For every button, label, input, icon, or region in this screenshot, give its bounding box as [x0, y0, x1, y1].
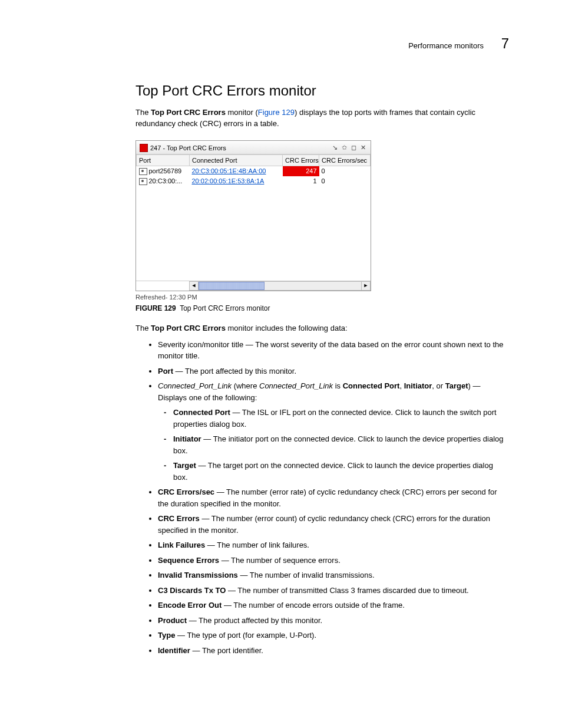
cell-port: 20:C3:00:... — [137, 176, 190, 186]
table-header-row: Port Connected Port CRC Errors CRC Error… — [137, 154, 371, 166]
panel-controls[interactable]: ↘ ✩ ◻ ✕ — [332, 144, 367, 151]
table-empty-area — [136, 186, 371, 281]
scroll-right-icon[interactable]: ► — [361, 281, 371, 291]
port-icon — [139, 178, 147, 185]
list-item: Identifier — The port identifier. — [158, 645, 509, 657]
section-heading: Top Port CRC Errors monitor — [135, 83, 509, 99]
list-item: Port — The port affected by this monitor… — [158, 365, 509, 377]
lead-paragraph: The Top Port CRC Errors monitor includes… — [135, 323, 509, 334]
col-crc-errors-sec[interactable]: CRC Errors/sec — [319, 154, 371, 166]
list-item: Sequence Errors — The number of sequence… — [158, 555, 509, 566]
page-header: Performance monitors 7 — [408, 35, 509, 52]
crc-table: Port Connected Port CRC Errors CRC Error… — [136, 154, 371, 186]
col-port[interactable]: Port — [137, 154, 190, 166]
figure-link[interactable]: Figure 129 — [258, 108, 295, 117]
monitor-title: 247 - Top Port CRC Errors — [150, 144, 226, 151]
list-item: Type — The type of port (for example, U-… — [158, 630, 509, 641]
connected-port-link[interactable]: 20:02:00:05:1E:53:8A:1A — [192, 177, 265, 185]
cell-port: port256789 — [137, 166, 190, 176]
sub-list-item: Initiator — The initiator port on the co… — [173, 433, 509, 456]
horizontal-scrollbar[interactable]: ◄ ► — [136, 281, 371, 291]
col-crc-errors[interactable]: CRC Errors — [283, 154, 319, 166]
severity-icon — [140, 144, 148, 152]
sub-list-item: Target — The target port on the connecte… — [173, 460, 509, 483]
table-row[interactable]: 20:C3:00:...20:02:00:05:1E:53:8A:1A10 — [137, 176, 371, 186]
list-item: Severity icon/monitor title — The worst … — [158, 339, 509, 362]
scroll-left-icon[interactable]: ◄ — [189, 281, 199, 291]
chapter-number: 7 — [501, 35, 509, 51]
sub-list-item: Connected Port — The ISL or IFL port on … — [173, 407, 509, 430]
list-item: C3 Discards Tx TO — The number of transm… — [158, 585, 509, 597]
connected-port-link[interactable]: 20:C3:00:05:1E:4B:AA:00 — [192, 167, 266, 174]
port-icon — [139, 168, 147, 175]
list-item: CRC Errors/sec — The number (error rate)… — [158, 486, 509, 509]
list-item: Encode Error Out — The number of encode … — [158, 599, 509, 611]
page: Performance monitors 7 Top Port CRC Erro… — [0, 0, 562, 728]
scroll-thumb[interactable] — [199, 282, 265, 290]
cell-connected-port: 20:02:00:05:1E:53:8A:1A — [190, 176, 283, 186]
list-item: Link Failures — The number of link failu… — [158, 539, 509, 551]
cell-crc-errors: 247 — [283, 166, 319, 176]
refreshed-label: Refreshed- 12:30 PM — [135, 294, 509, 301]
list-item: Product — The product affected by this m… — [158, 615, 509, 627]
header-section: Performance monitors — [408, 41, 484, 50]
intro-paragraph: The Top Port CRC Errors monitor (Figure … — [135, 107, 509, 130]
cell-crc-rate: 0 — [319, 176, 371, 186]
cell-crc-rate: 0 — [319, 166, 371, 176]
monitor-name: Top Port CRC Errors — [151, 108, 226, 117]
col-connected-port[interactable]: Connected Port — [190, 154, 283, 166]
monitor-panel: 247 - Top Port CRC Errors ↘ ✩ ◻ ✕ Port C… — [135, 140, 371, 291]
bullet-list: Severity icon/monitor title — The worst … — [135, 339, 509, 657]
cell-crc-errors: 1 — [283, 176, 319, 186]
sub-list: Connected Port — The ISL or IFL port on … — [158, 407, 509, 483]
cell-connected-port: 20:C3:00:05:1E:4B:AA:00 — [190, 166, 283, 176]
list-item: CRC Errors — The number (error count) of… — [158, 513, 509, 536]
monitor-titlebar: 247 - Top Port CRC Errors ↘ ✩ ◻ ✕ — [136, 142, 371, 154]
list-item: Invalid Transmissions — The number of in… — [158, 569, 509, 581]
table-row[interactable]: port25678920:C3:00:05:1E:4B:AA:002470 — [137, 166, 371, 176]
figure-caption: FIGURE 129 Top Port CRC Errors monitor — [135, 304, 509, 312]
list-item: Connected_Port_Link (where Connected_Por… — [158, 380, 509, 483]
